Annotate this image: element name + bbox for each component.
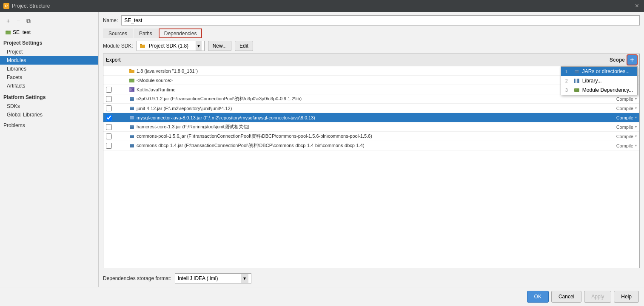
dep-scope-junit: Compile — [599, 106, 633, 111]
add-dependency-dropdown: 1 JARs or directories... 2 — [561, 66, 638, 95]
dep-row-jdk[interactable]: 1.8 (java version "1.8.0_131") — [103, 66, 639, 76]
tab-paths[interactable]: Paths — [134, 28, 158, 38]
name-input[interactable] — [121, 15, 640, 26]
storage-row: Dependencies storage format: IntelliJ ID… — [99, 271, 644, 287]
dep-scope-arrow-commons-pool[interactable]: ▾ — [635, 134, 637, 138]
dep-name-kotlin: KotlinJavaRuntime — [137, 87, 601, 92]
sdk-folder-icon — [140, 43, 145, 49]
sidebar-item-problems[interactable]: Problems — [0, 119, 98, 130]
dep-row-commons-dbcp[interactable]: commons-dbcp-1.4.jar (F:\transactionConn… — [103, 141, 639, 150]
cancel-button[interactable]: Cancel — [551, 291, 581, 303]
dep-checkbox-c3p0[interactable] — [106, 96, 112, 102]
jar-icon-commons-dbcp — [129, 143, 135, 149]
main-layout: + − ⧉ SE_test Project Settings Project M… — [0, 12, 644, 287]
add-module-button[interactable]: + — [3, 16, 13, 26]
close-button[interactable]: × — [633, 1, 641, 11]
storage-dropdown-arrow[interactable]: ▾ — [241, 274, 248, 283]
dep-name-hamcrest: hamcrest-core-1.3.jar (F:\Roriring\tool\… — [137, 124, 598, 130]
apply-button[interactable]: Apply — [584, 291, 611, 303]
sdk-select[interactable]: Project SDK (1.8) ▾ — [137, 41, 205, 51]
dep-row-module-source[interactable]: <Module source> ✎ — [103, 76, 639, 85]
dep-row-hamcrest[interactable]: hamcrest-core-1.3.jar (F:\Roriring\tool\… — [103, 122, 639, 132]
svg-rect-1 — [6, 31, 11, 34]
export-col-header: Export — [106, 57, 127, 63]
svg-rect-3 — [140, 45, 145, 48]
dep-row-commons-pool[interactable]: commons-pool-1.5.6.jar (F:\transactionCo… — [103, 132, 639, 141]
dep-row-junit[interactable]: junit-4.12.jar (F:\.m2\repository\junit\… — [103, 104, 639, 113]
svg-rect-8 — [576, 79, 576, 83]
dropdown-item-jars[interactable]: 1 JARs or directories... — [561, 67, 637, 76]
dep-scope-arrow-c3p0[interactable]: ▾ — [635, 97, 637, 101]
dropdown-item-module-dep[interactable]: 3 Module Dependency... — [561, 85, 637, 95]
jar-icon — [129, 96, 135, 102]
svg-rect-6 — [575, 70, 578, 71]
module-sdk-row: Module SDK: Project SDK (1.8) ▾ New... E… — [99, 38, 644, 54]
jar-icon-mysql — [129, 115, 135, 121]
dep-checkbox-kotlin[interactable] — [106, 87, 112, 93]
dep-scope-c3p0: Compile — [599, 96, 633, 102]
new-sdk-button[interactable]: New... — [208, 41, 231, 51]
sidebar-item-project[interactable]: Project — [0, 48, 98, 56]
dep-checkbox-commons-dbcp[interactable] — [106, 143, 112, 149]
copy-module-button[interactable]: ⧉ — [24, 16, 33, 26]
dep-checkbox-hamcrest[interactable] — [106, 124, 112, 130]
dependency-table: Export Scope + 1 — [103, 54, 640, 268]
dep-checkbox-junit[interactable] — [106, 105, 112, 111]
dropdown-item-library[interactable]: 2 Library... — [561, 76, 637, 85]
dep-row-kotlin[interactable]: KotlinJavaRuntime — [103, 85, 639, 94]
dropdown-label-library: Library... — [582, 78, 602, 84]
project-settings-label: Project Settings — [0, 37, 98, 48]
bottom-bar: OK Cancel Apply Help — [0, 287, 644, 306]
sidebar-item-global-libraries[interactable]: Global Libraries — [0, 110, 98, 119]
svg-rect-23 — [130, 107, 134, 108]
sidebar-item-artifacts[interactable]: Artifacts — [0, 82, 98, 90]
title-bar-left: P Project Structure — [3, 3, 50, 9]
svg-rect-10 — [578, 79, 579, 83]
svg-rect-9 — [577, 79, 578, 83]
name-label: Name: — [103, 17, 118, 23]
dep-row-mysql[interactable]: mysql-connector-java-8.0.13.jar (F:\.m2\… — [103, 113, 639, 122]
sdk-dropdown-arrow[interactable]: ▾ — [196, 41, 202, 51]
jar-icon-commons-pool — [129, 133, 135, 139]
module-item-se-test[interactable]: SE_test — [0, 28, 98, 37]
remove-module-button[interactable]: − — [14, 16, 23, 26]
dep-scope-arrow-mysql[interactable]: ▾ — [635, 116, 637, 119]
help-button[interactable]: Help — [614, 291, 639, 303]
library-icon — [574, 78, 580, 84]
dep-scope-arrow-hamcrest[interactable]: ▾ — [635, 125, 637, 129]
kotlin-icon — [129, 87, 135, 93]
sidebar-item-libraries[interactable]: Libraries — [0, 65, 98, 73]
sidebar-item-modules[interactable]: Modules — [0, 56, 98, 65]
svg-rect-12 — [575, 89, 577, 90]
dep-checkbox-mysql[interactable] — [106, 115, 112, 121]
dep-name-junit: junit-4.12.jar (F:\.m2\repository\junit\… — [137, 106, 598, 111]
content-panel: Name: Sources Paths Dependencies Module … — [99, 12, 644, 287]
jars-icon — [574, 68, 580, 74]
dep-checkbox-commons-pool[interactable] — [106, 133, 112, 139]
dep-scope-arrow-commons-dbcp[interactable]: ▾ — [635, 144, 637, 147]
tab-dependencies[interactable]: Dependencies — [159, 28, 202, 38]
source-icon — [129, 77, 135, 83]
svg-rect-2 — [6, 31, 8, 31]
project-structure-window: P Project Structure × + − ⧉ SE_test Proj… — [0, 0, 644, 306]
svg-rect-16 — [129, 79, 134, 82]
ok-button[interactable]: OK — [527, 291, 549, 303]
module-name: SE_test — [13, 29, 31, 35]
dep-scope-commons-dbcp: Compile — [599, 143, 633, 148]
storage-select[interactable]: IntelliJ IDEA (.iml) ▾ — [175, 273, 251, 283]
dropdown-label-jars: JARs or directories... — [582, 68, 630, 74]
module-icon — [5, 29, 11, 35]
sidebar-item-facets[interactable]: Facets — [0, 73, 98, 82]
dep-row-c3p0[interactable]: c3p0-0.9.1.2.jar (F:\transactionConnecti… — [103, 94, 639, 104]
tab-sources[interactable]: Sources — [103, 28, 133, 38]
edit-sdk-button[interactable]: Edit — [235, 41, 253, 51]
dep-scope-arrow-junit[interactable]: ▾ — [635, 106, 637, 110]
dep-name-commons-dbcp: commons-dbcp-1.4.jar (F:\transactionConn… — [137, 142, 598, 149]
dep-name-c3p0: c3p0-0.9.1.2.jar (F:\transactionConnecti… — [137, 96, 598, 102]
sidebar-item-sdks[interactable]: SDKs — [0, 102, 98, 110]
svg-rect-14 — [129, 69, 131, 70]
dep-name-mysql: mysql-connector-java-8.0.13.jar (F:\.m2\… — [137, 115, 598, 120]
platform-settings-label: Platform Settings — [0, 90, 98, 102]
storage-label: Dependencies storage format: — [103, 275, 171, 281]
add-dependency-button[interactable]: + — [627, 55, 637, 65]
